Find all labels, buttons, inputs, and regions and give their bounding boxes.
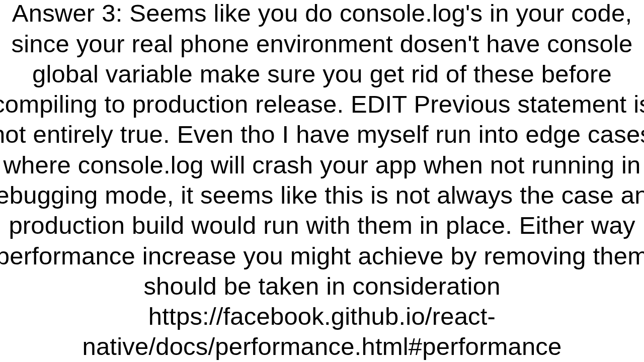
answer-body: Seems like you do console.log's in your … bbox=[0, 0, 644, 300]
answer-link: https://facebook.github.io/react-native/… bbox=[82, 303, 561, 360]
answer-label: Answer 3: bbox=[12, 0, 123, 27]
document-page: Answer 3: Seems like you do console.log'… bbox=[0, 0, 644, 362]
answer-block: Answer 3: Seems like you do console.log'… bbox=[0, 0, 644, 362]
